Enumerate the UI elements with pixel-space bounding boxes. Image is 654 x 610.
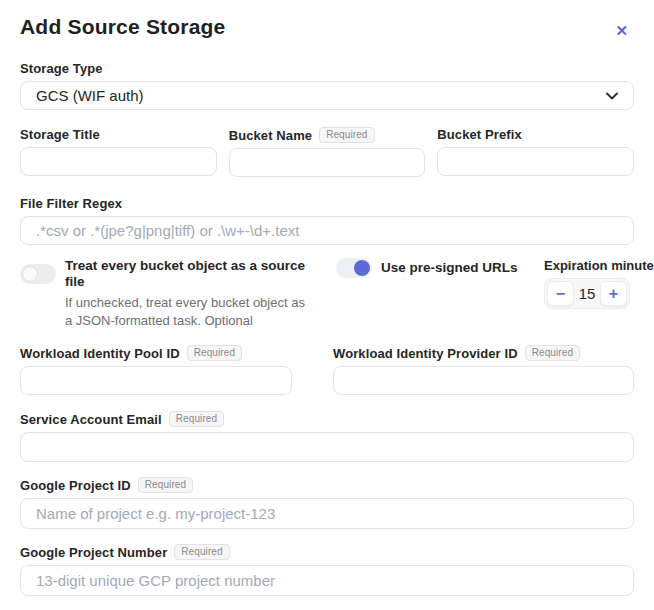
bucket-prefix-input[interactable]	[437, 147, 634, 176]
google-project-id-group: Google Project ID Required	[20, 477, 634, 529]
workload-identity-row: Workload Identity Pool ID Required Workl…	[20, 345, 634, 395]
expiration-minutes-group: Expiration minutes − 15 +	[544, 258, 634, 329]
required-badge: Required	[319, 127, 374, 143]
service-account-email-label: Service Account Email	[20, 412, 162, 427]
google-project-id-label: Google Project ID	[20, 478, 131, 493]
required-badge: Required	[187, 345, 242, 361]
toggle-knob	[354, 260, 370, 276]
workload-provider-id-input[interactable]	[333, 366, 634, 395]
workload-pool-group: Workload Identity Pool ID Required	[20, 345, 292, 395]
presigned-urls-group: Use pre-signed URLs	[336, 258, 528, 329]
minus-icon[interactable]: −	[547, 281, 574, 306]
treat-every-object-label: Treat every bucket object as a source fi…	[65, 258, 320, 290]
google-project-number-group: Google Project Number Required	[20, 544, 634, 596]
service-account-email-input[interactable]	[20, 432, 634, 462]
bucket-prefix-label: Bucket Prefix	[437, 127, 634, 142]
modal-header: Add Source Storage ✕	[20, 0, 634, 44]
use-presigned-urls-toggle[interactable]	[336, 258, 372, 278]
storage-type-label: Storage Type	[20, 61, 634, 76]
bucket-name-label: Bucket Name	[229, 128, 312, 143]
workload-pool-id-label: Workload Identity Pool ID	[20, 346, 180, 361]
bucket-name-group: Bucket Name Required	[229, 127, 426, 177]
service-account-group: Service Account Email Required	[20, 411, 634, 462]
bucket-name-input[interactable]	[229, 148, 426, 177]
storage-type-select[interactable]: GCS (WIF auth)	[20, 81, 634, 110]
storage-title-input[interactable]	[20, 147, 217, 176]
required-badge: Required	[169, 411, 224, 427]
use-presigned-urls-label: Use pre-signed URLs	[381, 260, 518, 276]
close-icon[interactable]: ✕	[609, 17, 634, 44]
storage-type-group: Storage Type GCS (WIF auth)	[20, 61, 634, 110]
required-badge: Required	[138, 477, 193, 493]
required-badge: Required	[525, 345, 580, 361]
treat-every-object-group: Treat every bucket object as a source fi…	[20, 258, 320, 329]
google-project-number-label: Google Project Number	[20, 545, 167, 560]
bucket-prefix-group: Bucket Prefix	[437, 127, 634, 177]
workload-provider-id-label: Workload Identity Provider ID	[333, 346, 518, 361]
plus-icon[interactable]: +	[600, 281, 627, 306]
toggle-knob	[22, 266, 38, 282]
file-filter-regex-label: File Filter Regex	[20, 196, 634, 211]
chevron-down-icon	[606, 92, 618, 100]
google-project-number-input[interactable]	[20, 565, 634, 596]
storage-type-selected-value: GCS (WIF auth)	[36, 87, 144, 104]
treat-every-object-help: If unchecked, treat every bucket object …	[65, 294, 315, 329]
storage-title-group: Storage Title	[20, 127, 217, 177]
file-filter-group: File Filter Regex	[20, 196, 634, 245]
expiration-minutes-label: Expiration minutes	[544, 258, 634, 273]
workload-pool-id-input[interactable]	[20, 366, 292, 395]
bucket-row: Storage Title Bucket Name Required Bucke…	[20, 127, 634, 177]
page-title: Add Source Storage	[20, 15, 225, 39]
treat-every-object-toggle[interactable]	[20, 264, 56, 284]
required-badge: Required	[174, 544, 229, 560]
expiration-minutes-value: 15	[574, 285, 600, 302]
storage-title-label: Storage Title	[20, 127, 217, 142]
google-project-id-input[interactable]	[20, 498, 634, 529]
workload-provider-group: Workload Identity Provider ID Required	[333, 345, 634, 395]
toggle-row: Treat every bucket object as a source fi…	[20, 258, 634, 329]
expiration-minutes-stepper: − 15 +	[544, 278, 630, 309]
file-filter-regex-input[interactable]	[20, 216, 634, 245]
